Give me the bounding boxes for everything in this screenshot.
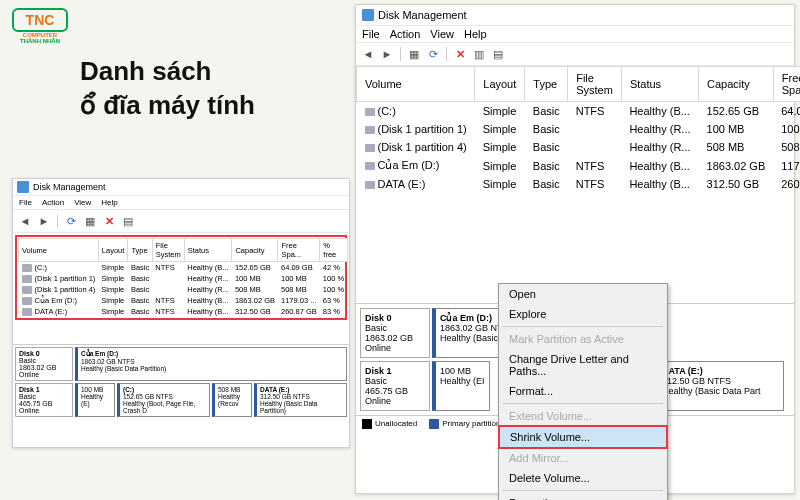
menubar: File Action View Help [13,196,349,210]
disk-mgmt-window-small: Disk Management File Action View Help ◄ … [12,178,350,448]
ctx-delete[interactable]: Delete Volume... [499,468,667,488]
tnc-logo: TNC COMPUTER THÀNH NHÂN [12,8,68,56]
col-layout[interactable]: Layout [475,67,525,102]
partition-data-e[interactable]: DATA (E:)312.50 GB NTFSHealthy (Basic Da… [654,361,784,411]
col-free[interactable]: Free Spa... [773,67,800,102]
disk-map-small: Disk 0Basic1863.02 GBOnline Của Em (D:)1… [13,344,349,419]
ctx-mark-active: Mark Partition as Active [499,329,667,349]
volume-row[interactable]: DATA (E:)SimpleBasicNTFSHealthy (B...312… [357,175,801,193]
menu-help[interactable]: Help [101,198,117,207]
volume-row[interactable]: (C:)SimpleBasicNTFSHealthy (B...152.65 G… [19,262,348,274]
disk-icon [362,9,374,21]
grid-icon[interactable]: ▦ [406,46,422,62]
volume-table: Volume Layout Type File System Status Ca… [356,66,800,193]
menu-file[interactable]: File [19,198,32,207]
volume-row[interactable]: (C:)SimpleBasicNTFSHealthy (B...152.65 G… [357,102,801,121]
toolbar: ◄ ► ▦ ⟳ ✕ ▥ ▤ [356,43,794,66]
col-free[interactable]: Free Spa... [278,239,320,262]
menu-help[interactable]: Help [464,28,487,40]
window-title: Disk Management [13,179,349,196]
col-volume[interactable]: Volume [357,67,475,102]
ctx-properties[interactable]: Properties [499,493,667,500]
partition[interactable]: DATA (E:)312.50 GB NTFSHealthy (Basic Da… [254,383,347,417]
col-pct[interactable]: % free [320,239,347,262]
partition[interactable]: 100 MBHealthy (EI [432,361,490,411]
col-type[interactable]: Type [128,239,152,262]
volume-row[interactable]: (Disk 1 partition 1)SimpleBasicHealthy (… [19,273,348,284]
menu-view[interactable]: View [74,198,91,207]
legend-primary: Primary partition [429,419,500,429]
col-type[interactable]: Type [525,67,568,102]
grid-icon[interactable]: ▦ [82,213,98,229]
settings-icon[interactable]: ▤ [490,46,506,62]
forward-icon[interactable]: ► [36,213,52,229]
ctx-shrink[interactable]: Shrink Volume... [499,426,667,448]
disk-icon [17,181,29,193]
disk-header[interactable]: Disk 0Basic1863.02 GBOnline [360,308,430,358]
delete-icon[interactable]: ✕ [101,213,117,229]
disk-header[interactable]: Disk 0Basic1863.02 GBOnline [15,347,73,381]
col-status[interactable]: Status [184,239,232,262]
delete-icon[interactable]: ✕ [452,46,468,62]
refresh-icon[interactable]: ⟳ [63,213,79,229]
volume-row[interactable]: Của Em (D:)SimpleBasicNTFSHealthy (B...1… [357,156,801,175]
ctx-open[interactable]: Open [499,284,667,304]
ctx-extend: Extend Volume... [499,406,667,426]
ctx-mirror: Add Mirror... [499,448,667,468]
disk-row: Disk 1Basic465.75 GBOnline 100 MBHealthy… [15,383,347,417]
toolbar: ◄ ► ⟳ ▦ ✕ ▤ [13,210,349,233]
disk-header[interactable]: Disk 1Basic465.75 GBOnline [360,361,430,411]
legend-unallocated: Unallocated [362,419,417,429]
disk-row: Disk 0Basic1863.02 GBOnline Của Em (D:)1… [15,347,347,381]
partition[interactable]: Của Em (D:)1863.02 GB NTFSHealthy (Basic… [75,347,347,381]
col-volume[interactable]: Volume [19,239,99,262]
forward-icon[interactable]: ► [379,46,395,62]
partition[interactable]: (C:)152.65 GB NTFSHealthy (Boot, Page Fi… [117,383,210,417]
page-heading: Danh sách ổ đĩa máy tính [80,55,255,123]
menubar: File Action View Help [356,26,794,43]
col-layout[interactable]: Layout [98,239,128,262]
view-icon[interactable]: ▥ [471,46,487,62]
menu-action[interactable]: Action [390,28,421,40]
volume-row[interactable]: Của Em (D:)SimpleBasicNTFSHealthy (B...1… [19,295,348,306]
back-icon[interactable]: ◄ [360,46,376,62]
window-title: Disk Management [356,5,794,26]
partition[interactable]: 100 MBHealthy (E) [75,383,115,417]
menu-file[interactable]: File [362,28,380,40]
refresh-icon[interactable]: ⟳ [425,46,441,62]
menu-action[interactable]: Action [42,198,64,207]
volume-table: Volume Layout Type File System Status Ca… [18,238,348,317]
col-capacity[interactable]: Capacity [232,239,278,262]
back-icon[interactable]: ◄ [17,213,33,229]
context-menu: Open Explore Mark Partition as Active Ch… [498,283,668,500]
partition[interactable]: 508 MBHealthy (Recov [212,383,252,417]
volume-row[interactable]: (Disk 1 partition 1)SimpleBasicHealthy (… [357,120,801,138]
volume-row[interactable]: (Disk 1 partition 4)SimpleBasicHealthy (… [19,284,348,295]
volume-list-highlight: Volume Layout Type File System Status Ca… [15,235,347,320]
volume-row[interactable]: DATA (E:)SimpleBasicNTFSHealthy (B...312… [19,306,348,317]
ctx-format[interactable]: Format... [499,381,667,401]
ctx-explore[interactable]: Explore [499,304,667,324]
menu-view[interactable]: View [430,28,454,40]
col-capacity[interactable]: Capacity [699,67,774,102]
col-fs[interactable]: File System [568,67,622,102]
props-icon[interactable]: ▤ [120,213,136,229]
col-status[interactable]: Status [621,67,698,102]
ctx-change-letter[interactable]: Change Drive Letter and Paths... [499,349,667,381]
col-fs[interactable]: File System [152,239,184,262]
volume-row[interactable]: (Disk 1 partition 4)SimpleBasicHealthy (… [357,138,801,156]
disk-header[interactable]: Disk 1Basic465.75 GBOnline [15,383,73,417]
